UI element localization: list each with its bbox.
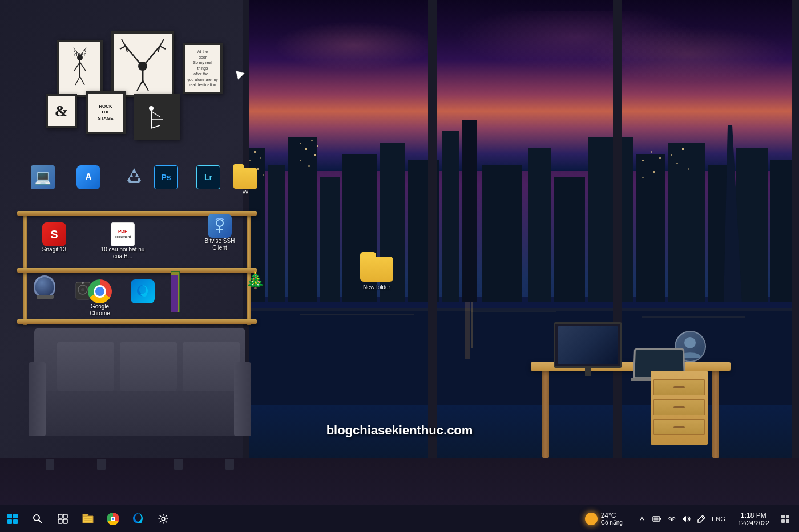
svg-line-54 bbox=[74, 62, 80, 71]
icon-font[interactable]: A bbox=[68, 165, 108, 190]
notification-center-button[interactable] bbox=[776, 505, 794, 533]
shelf-bottom-plank bbox=[17, 319, 257, 324]
desktop-folder-new[interactable]: New folder bbox=[354, 257, 400, 291]
weather-info: 24°C Có nắng bbox=[601, 511, 623, 526]
tray-pen-icon[interactable] bbox=[695, 512, 708, 526]
icon-snowglobe[interactable] bbox=[26, 275, 66, 299]
svg-line-67 bbox=[126, 46, 140, 63]
picture-frame-5: ROCKTHESTAGE bbox=[86, 91, 126, 134]
desk-drawer-3 bbox=[653, 419, 705, 435]
bitvise-icon bbox=[208, 214, 232, 238]
svg-rect-98 bbox=[84, 520, 92, 521]
icon-pdf[interactable]: PDFdocument 10 cau noi bat hu cua B... bbox=[103, 222, 143, 260]
tray-network-icon[interactable] bbox=[665, 512, 679, 526]
lightroom-icon: Lr bbox=[196, 165, 220, 189]
snowglobe-icon bbox=[34, 275, 58, 299]
photoshop-icon: Ps bbox=[154, 165, 178, 189]
svg-rect-106 bbox=[781, 519, 785, 523]
tray-volume-icon[interactable] bbox=[680, 512, 693, 526]
picture-frame-4: & bbox=[46, 94, 77, 128]
clock-time: 1:18 PM bbox=[741, 511, 766, 519]
desk-drawer-2 bbox=[653, 399, 705, 415]
cushion-3 bbox=[183, 342, 240, 391]
tray-battery-icon[interactable] bbox=[650, 512, 664, 526]
pdf-icon: PDFdocument bbox=[111, 222, 135, 246]
icon-snagit[interactable]: S Snagit 13 bbox=[34, 222, 74, 253]
task-view-icon bbox=[57, 513, 69, 525]
book-6 bbox=[171, 275, 178, 312]
edge-icon bbox=[131, 279, 155, 303]
snagit-icon: S bbox=[42, 222, 66, 246]
svg-line-76 bbox=[143, 80, 148, 91]
svg-rect-101 bbox=[660, 518, 661, 520]
picture-frame-2 bbox=[111, 31, 174, 97]
svg-point-99 bbox=[162, 517, 165, 521]
weather-widget[interactable]: 24°C Có nắng bbox=[578, 511, 629, 526]
start-button[interactable] bbox=[0, 505, 25, 533]
folder-partial-icon bbox=[233, 168, 257, 189]
icon-chrome[interactable]: GoogleChrome bbox=[80, 279, 120, 317]
frame-art-6 bbox=[140, 100, 174, 134]
language-label: ENG bbox=[712, 515, 725, 522]
christmas-tree: 🎄 bbox=[245, 273, 265, 289]
settings-icon bbox=[157, 513, 170, 525]
sofa-leg-1 bbox=[46, 459, 54, 470]
sofa-leg-3 bbox=[174, 459, 183, 470]
task-view-button[interactable] bbox=[50, 505, 75, 533]
icon-folder-partial[interactable]: vv bbox=[225, 168, 265, 196]
svg-rect-93 bbox=[58, 514, 62, 518]
tray-language-button[interactable]: ENG bbox=[709, 512, 728, 526]
svg-line-79 bbox=[151, 111, 160, 117]
taskbar-edge-icon bbox=[132, 513, 144, 525]
desk-monitor-stand bbox=[585, 368, 591, 376]
chrome-icon bbox=[88, 279, 112, 303]
svg-line-73 bbox=[160, 46, 166, 49]
icon-photoshop[interactable]: Ps bbox=[146, 165, 186, 190]
taskbar-chrome-icon bbox=[107, 513, 119, 525]
svg-point-83 bbox=[216, 220, 223, 226]
taskbar-right: 24°C Có nắng bbox=[578, 505, 799, 533]
clock-date: 12/24/2022 bbox=[738, 519, 769, 526]
shelf-middle-plank bbox=[17, 268, 257, 273]
bitvise-label: Bitvise SSH Client bbox=[197, 238, 243, 251]
svg-line-72 bbox=[160, 39, 164, 46]
picture-frame-3: At thedoorSo my real thingsafter the...y… bbox=[183, 43, 223, 94]
svg-rect-96 bbox=[63, 519, 67, 523]
svg-line-60 bbox=[73, 48, 75, 50]
tray-chevron-button[interactable] bbox=[635, 512, 649, 526]
svg-point-78 bbox=[149, 106, 154, 111]
sofa bbox=[29, 328, 251, 459]
svg-rect-107 bbox=[786, 519, 789, 523]
desk bbox=[531, 316, 731, 459]
icon-edge[interactable] bbox=[123, 279, 163, 303]
folder-new-label: New folder bbox=[363, 284, 390, 291]
clock-area[interactable]: 1:18 PM 12/24/2022 bbox=[733, 511, 774, 526]
settings-button[interactable] bbox=[151, 505, 176, 533]
svg-line-75 bbox=[137, 80, 143, 91]
svg-line-71 bbox=[146, 46, 160, 63]
taskbar-chrome-button[interactable] bbox=[100, 505, 126, 533]
recycle-icon bbox=[122, 165, 146, 189]
svg-line-69 bbox=[120, 46, 126, 49]
svg-line-55 bbox=[80, 62, 86, 71]
icon-lightroom[interactable]: Lr bbox=[188, 165, 228, 190]
sofa-arm-right bbox=[234, 362, 251, 436]
search-button[interactable] bbox=[25, 505, 50, 533]
svg-line-57 bbox=[80, 76, 84, 85]
icon-bitvise[interactable]: Bitvise SSH Client bbox=[200, 214, 240, 251]
icon-laptop[interactable]: 💻 bbox=[23, 165, 63, 190]
frame-art-2 bbox=[117, 35, 168, 94]
frame-art-4: & bbox=[55, 102, 68, 120]
sofa-legs bbox=[40, 459, 240, 470]
svg-rect-94 bbox=[63, 514, 67, 518]
svg-line-103 bbox=[701, 517, 704, 519]
svg-rect-105 bbox=[786, 515, 789, 518]
file-explorer-button[interactable] bbox=[75, 505, 100, 533]
sofa-leg-4 bbox=[225, 459, 234, 470]
icon-vv-label: vv bbox=[243, 189, 248, 196]
svg-point-58 bbox=[77, 55, 83, 60]
taskbar-edge-button[interactable] bbox=[126, 505, 151, 533]
desktop: deer bbox=[0, 0, 799, 532]
weather-sun-icon bbox=[585, 513, 598, 525]
svg-line-81 bbox=[151, 125, 160, 128]
